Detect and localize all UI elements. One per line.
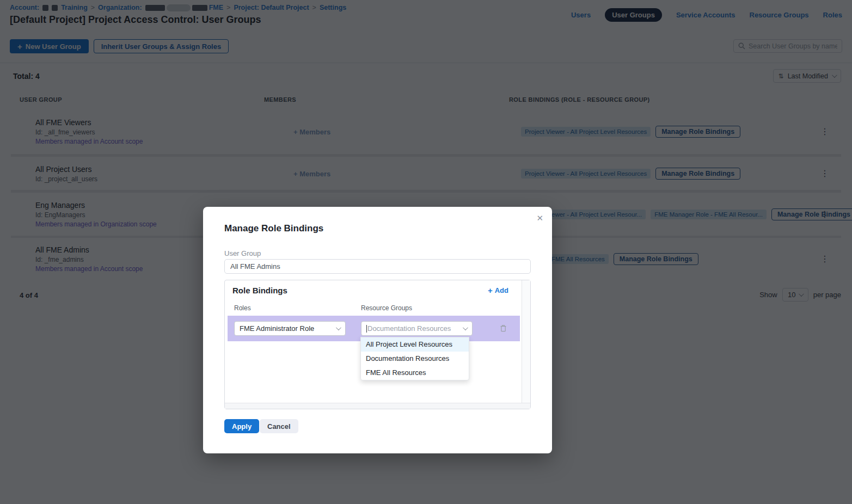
chevron-down-icon	[336, 325, 341, 330]
panel-horizontal-scrollbar[interactable]	[225, 403, 530, 409]
cancel-button[interactable]: Cancel	[260, 419, 298, 433]
modal-title: Manage Role Bindings	[224, 223, 323, 234]
app-screen: Account: Training > Organization: FME > …	[0, 0, 852, 504]
role-bindings-heading: Role Bindings	[232, 286, 287, 295]
plus-icon: +	[488, 286, 493, 294]
chevron-down-icon	[463, 325, 468, 330]
text-cursor	[366, 325, 367, 333]
manage-role-bindings-modal: ✕ Manage Role Bindings User Group Role B…	[203, 207, 552, 453]
user-group-label: User Group	[224, 249, 261, 257]
role-select-value: FME Administrator Role	[240, 324, 314, 333]
apply-button[interactable]: Apply	[224, 419, 259, 433]
dropdown-option[interactable]: FME All Resources	[361, 366, 469, 380]
close-icon[interactable]: ✕	[536, 213, 543, 223]
resource-group-select[interactable]: Documentation Resources	[361, 321, 473, 336]
add-binding-button[interactable]: + Add	[488, 286, 508, 294]
delete-binding-icon[interactable]	[500, 324, 507, 332]
role-select[interactable]: FME Administrator Role	[234, 321, 346, 336]
resource-group-dropdown: All Project Level Resources Documentatio…	[360, 337, 469, 380]
panel-vertical-scrollbar[interactable]	[522, 280, 530, 403]
resource-group-placeholder: Documentation Resources	[367, 324, 451, 333]
add-label: Add	[495, 286, 508, 294]
role-bindings-panel: Role Bindings + Add Roles Resource Group…	[224, 280, 531, 409]
roles-column-label: Roles	[234, 304, 251, 312]
resource-groups-column-label: Resource Groups	[361, 304, 412, 312]
dropdown-option[interactable]: Documentation Resources	[361, 352, 469, 366]
dropdown-option[interactable]: All Project Level Resources	[361, 337, 469, 352]
user-group-field[interactable]	[224, 259, 531, 274]
